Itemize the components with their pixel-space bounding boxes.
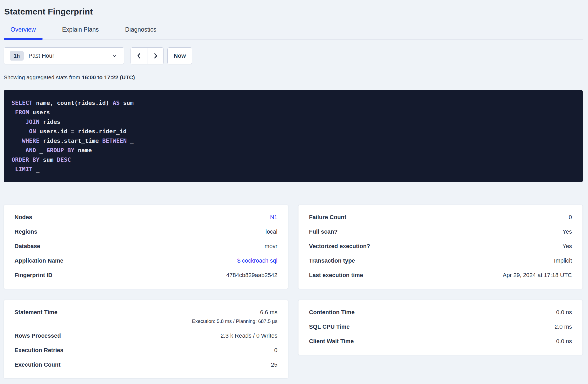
sql-keyword-token: ON bbox=[29, 128, 36, 135]
rows-processed-row: Rows Processed 2.3 k Reads / 0 Writes bbox=[4, 328, 288, 343]
statement-stats-card: Statement Time 6.6 ms Execution: 5.8 ms … bbox=[4, 300, 288, 378]
now-button[interactable]: Now bbox=[167, 47, 192, 64]
sql-keyword-token: LIMIT bbox=[15, 166, 32, 173]
execution-attributes-card: Failure Count 0 Full scan? Yes Vectorize… bbox=[298, 205, 583, 289]
sql-text-token bbox=[12, 109, 15, 116]
regions-label: Regions bbox=[14, 228, 37, 235]
sql-keyword-token: JOIN bbox=[26, 119, 39, 125]
tab-bar: Overview Explain Plans Diagnostics bbox=[4, 24, 583, 40]
summary-prefix: Showing aggregated stats from bbox=[4, 74, 82, 80]
tab-explain-plans-label: Explain Plans bbox=[62, 26, 99, 33]
statement-time-value-block: 6.6 ms Execution: 5.8 ms / Planning: 687… bbox=[192, 309, 277, 325]
sql-line: LIMIT _ bbox=[12, 165, 575, 174]
sql-box: SELECT name, count(rides.id) AS sum FROM… bbox=[4, 90, 583, 182]
vectorized-execution-row: Vectorized execution? Yes bbox=[298, 239, 582, 253]
time-stats-card: Contention Time 0.0 ns SQL CPU Time 2.0 … bbox=[298, 300, 583, 355]
full-scan-row: Full scan? Yes bbox=[298, 224, 582, 239]
sql-text-token bbox=[12, 166, 15, 173]
sql-keyword-token: WHERE bbox=[22, 137, 39, 144]
failure-count-value: 0 bbox=[569, 214, 572, 221]
sql-text-token: _ bbox=[36, 147, 47, 154]
sql-text-token: rides.start_time bbox=[39, 137, 102, 144]
previous-interval-button[interactable] bbox=[131, 48, 147, 64]
sql-line: ORDER BY sum DESC bbox=[12, 155, 575, 165]
sql-cpu-time-row: SQL CPU Time 2.0 ms bbox=[298, 319, 582, 334]
execution-count-label: Execution Count bbox=[14, 361, 61, 368]
rows-processed-value: 2.3 k Reads / 0 Writes bbox=[221, 332, 277, 339]
nodes-value-link[interactable]: N1 bbox=[270, 214, 277, 221]
next-interval-button[interactable] bbox=[147, 48, 163, 64]
sql-keyword-token: AS bbox=[113, 100, 120, 106]
sql-text-token: _ bbox=[32, 166, 39, 173]
fingerprint-id-value: 4784cb829aab2542 bbox=[226, 272, 277, 279]
sql-line: WHERE rides.start_time BETWEEN _ bbox=[12, 136, 575, 146]
fingerprint-id-label: Fingerprint ID bbox=[14, 272, 52, 279]
execution-retries-value: 0 bbox=[274, 347, 277, 354]
tab-overview[interactable]: Overview bbox=[4, 24, 43, 39]
transaction-type-label: Transaction type bbox=[309, 257, 355, 264]
time-range-label: Past Hour bbox=[28, 52, 111, 59]
sql-line: AND _ GROUP BY name bbox=[12, 146, 575, 155]
sql-line: JOIN rides bbox=[12, 117, 575, 127]
execution-count-row: Execution Count 25 bbox=[4, 357, 288, 372]
tab-diagnostics[interactable]: Diagnostics bbox=[118, 24, 163, 39]
tab-overview-label: Overview bbox=[11, 26, 36, 33]
database-value: movr bbox=[265, 243, 277, 250]
database-label: Database bbox=[14, 243, 40, 250]
client-wait-time-label: Client Wait Time bbox=[309, 338, 354, 345]
cards-row-details: Nodes N1 Regions local Database movr App… bbox=[4, 205, 583, 289]
sql-keyword-token: SELECT bbox=[12, 100, 32, 106]
application-name-row: Application Name $ cockroach sql bbox=[4, 253, 288, 268]
sql-text-token: sum bbox=[39, 156, 57, 163]
statement-fingerprint-page: Statement Fingerprint Overview Explain P… bbox=[0, 0, 588, 378]
sql-text-token bbox=[12, 119, 26, 125]
client-wait-time-row: Client Wait Time 0.0 ns bbox=[298, 334, 582, 348]
summary-time-range: 16:00 to 17:22 (UTC) bbox=[82, 74, 135, 80]
sql-line: ON users.id = rides.rider_id bbox=[12, 127, 575, 136]
rows-processed-label: Rows Processed bbox=[14, 332, 61, 339]
sql-text-token bbox=[12, 137, 22, 144]
contention-time-row: Contention Time 0.0 ns bbox=[298, 305, 582, 319]
contention-time-label: Contention Time bbox=[309, 309, 355, 316]
sql-cpu-time-value: 2.0 ms bbox=[555, 323, 572, 330]
tab-diagnostics-label: Diagnostics bbox=[125, 26, 156, 33]
regions-value: local bbox=[266, 228, 277, 235]
database-row: Database movr bbox=[4, 239, 288, 253]
chevron-left-icon bbox=[135, 52, 143, 60]
last-execution-time-label: Last execution time bbox=[309, 272, 363, 279]
client-wait-time-value: 0.0 ns bbox=[556, 338, 572, 345]
vectorized-execution-label: Vectorized execution? bbox=[309, 243, 370, 250]
statement-time-breakdown: Execution: 5.8 ms / Planning: 687.5 µs bbox=[192, 318, 277, 325]
cards-row-stats: Statement Time 6.6 ms Execution: 5.8 ms … bbox=[4, 300, 583, 378]
contention-time-value: 0.0 ns bbox=[556, 309, 572, 316]
time-toolbar: 1h Past Hour Now bbox=[4, 47, 583, 64]
sql-keyword-token: GROUP BY bbox=[46, 147, 74, 154]
sql-text-token bbox=[12, 147, 26, 154]
tab-explain-plans[interactable]: Explain Plans bbox=[55, 24, 106, 39]
full-scan-value: Yes bbox=[562, 228, 572, 235]
application-name-value-link[interactable]: $ cockroach sql bbox=[237, 257, 277, 264]
time-range-picker[interactable]: 1h Past Hour bbox=[4, 47, 124, 64]
regions-row: Regions local bbox=[4, 224, 288, 239]
execution-count-value: 25 bbox=[271, 361, 277, 368]
sql-text-token: users.id = rides.rider_id bbox=[36, 128, 127, 135]
failure-count-label: Failure Count bbox=[309, 214, 346, 221]
page-title: Statement Fingerprint bbox=[4, 7, 583, 17]
application-name-label: Application Name bbox=[14, 257, 63, 264]
nodes-row: Nodes N1 bbox=[4, 210, 288, 224]
sql-keyword-token: AND bbox=[26, 147, 36, 154]
execution-retries-label: Execution Retries bbox=[14, 347, 63, 354]
statement-time-label: Statement Time bbox=[14, 309, 57, 316]
full-scan-label: Full scan? bbox=[309, 228, 338, 235]
sql-text-token: name, count(rides.id) bbox=[32, 100, 113, 106]
sql-text-token: rides bbox=[39, 119, 60, 125]
sql-keyword-token: BETWEEN bbox=[102, 137, 127, 144]
nodes-label: Nodes bbox=[14, 214, 32, 221]
transaction-type-value: Implicit bbox=[554, 257, 572, 264]
sql-cpu-time-label: SQL CPU Time bbox=[309, 323, 350, 330]
sql-text-token bbox=[12, 128, 29, 135]
transaction-type-row: Transaction type Implicit bbox=[298, 253, 582, 268]
time-step-buttons bbox=[131, 47, 164, 64]
sql-keyword-token: ORDER BY bbox=[12, 156, 39, 163]
statement-time-value: 6.6 ms bbox=[192, 309, 277, 316]
